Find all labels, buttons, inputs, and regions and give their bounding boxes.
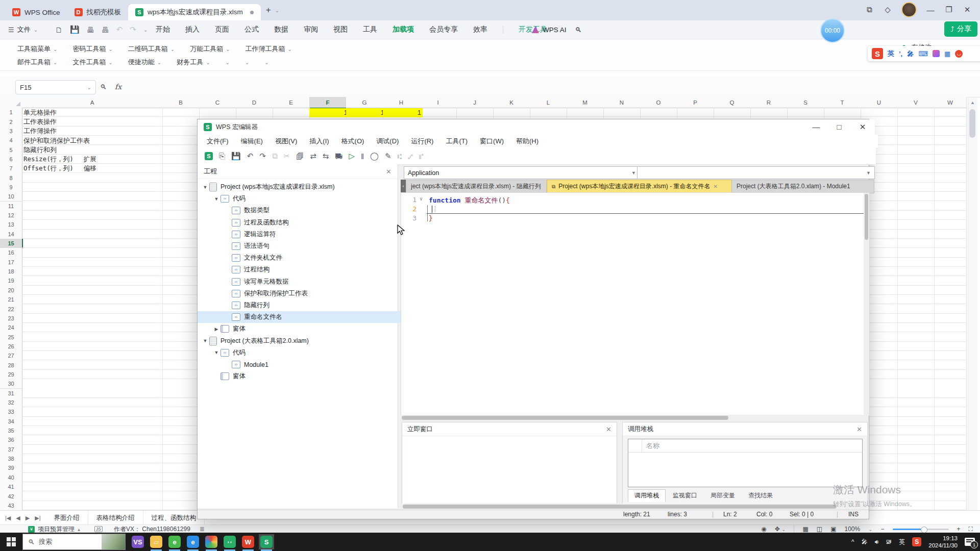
undo-icon[interactable]: ↶ — [116, 25, 123, 34]
macro-menu-调试(D)[interactable]: 调试(D) — [376, 137, 399, 146]
row-header-31[interactable]: 31 — [0, 389, 22, 398]
row-header-6[interactable]: 6 — [0, 155, 22, 164]
row-header-19[interactable]: 19 — [0, 276, 22, 286]
scroll-up-icon[interactable]: ▲ — [968, 100, 977, 105]
export-icon[interactable]: ⎘ — [219, 152, 225, 161]
project-tree-item[interactable]: ‹›Module1 — [198, 359, 425, 370]
sheet-tab-界面介绍[interactable]: 界面介绍 — [46, 511, 88, 525]
zoom-out-icon[interactable]: − — [881, 525, 885, 533]
export-icon[interactable]: 💾 — [70, 25, 80, 34]
toolbox-item[interactable]: ⌄ — [245, 60, 249, 65]
chevron-down-icon[interactable]: ⌄ — [143, 27, 148, 33]
ribbon-tab-工具[interactable]: 工具 — [363, 25, 377, 34]
fold-chevron-icon[interactable]: ∨ — [420, 196, 423, 202]
cell-A3[interactable]: 工作簿操作 — [22, 127, 165, 136]
pause-icon[interactable]: ‖ — [361, 152, 364, 161]
toolbox-item-密码工具箱[interactable]: 密码工具箱⌄ — [72, 44, 112, 54]
save-icon[interactable]: 🗋 — [55, 26, 63, 34]
macro-menu-格式(O)[interactable]: 格式(O) — [341, 137, 364, 146]
fx-icon[interactable]: fx — [115, 83, 121, 91]
save-icon[interactable]: 💾 — [231, 152, 241, 161]
macro-menu-工具(T)[interactable]: 工具(T) — [446, 137, 468, 146]
sogou-ime-bar[interactable]: S 英 ’, 🎤︎ ⌨︎ ▦ ◡ — [868, 46, 980, 61]
taskbar-app-pinwheel-app[interactable] — [204, 534, 219, 549]
zoom-slider[interactable] — [893, 529, 949, 530]
eye-icon[interactable]: ◉ — [761, 525, 766, 533]
tree-expand-icon[interactable]: ▼ — [214, 350, 219, 355]
minimize-icon[interactable]: — — [807, 122, 825, 131]
select-all-corner[interactable] — [0, 97, 22, 108]
column-header-M[interactable]: M — [567, 97, 604, 108]
code-line[interactable]: } — [429, 214, 433, 222]
taskbar-app-wechat[interactable]: ◗◖ — [222, 534, 237, 549]
scrollbar-thumb[interactable] — [865, 194, 868, 240]
sheet-tab-过程、函数结构[interactable]: 过程、函数结构 — [143, 511, 205, 525]
cell-A1[interactable]: 单元格操作 — [22, 108, 165, 117]
callstack-tab-调用堆栈[interactable]: 调用堆栈 — [628, 489, 666, 502]
js-macro-icon[interactable]: JS — [94, 526, 103, 532]
ribbon-tab-加载项[interactable]: 加载项 — [393, 25, 414, 34]
restore-icon[interactable]: ❐ — [940, 5, 958, 14]
project-tree-item[interactable]: ‹›保护和取消保护工作表 — [198, 288, 425, 299]
macro-menu-插入(I)[interactable]: 插入(I) — [309, 137, 329, 146]
taskbar-search[interactable]: 🔍︎ 搜索 — [22, 534, 126, 550]
column-header-E[interactable]: E — [273, 97, 310, 108]
sheet-vertical-scrollbar[interactable]: ▲ — [968, 98, 977, 510]
wps-ai-button[interactable]: WPS AI 🔍︎ — [532, 20, 582, 39]
toolbox-item-财务工具[interactable]: 财务工具⌄ — [177, 58, 210, 67]
comma-icon[interactable]: ’, — [899, 50, 902, 58]
macro-menu-视图(V)[interactable]: 视图(V) — [275, 137, 297, 146]
taskbar-app-browser-360[interactable]: e — [167, 534, 182, 549]
ribbon-tab-视图[interactable]: 视图 — [333, 25, 348, 34]
project-tree-item[interactable]: ‹›隐藏行列 — [198, 299, 425, 311]
ribbon-tab-数据[interactable]: 数据 — [274, 25, 288, 34]
column-header-S[interactable]: S — [787, 97, 824, 108]
redo-icon[interactable]: ↷ — [259, 152, 266, 161]
macro-menu-编辑(E)[interactable]: 编辑(E) — [241, 137, 263, 146]
column-header-T[interactable]: T — [824, 97, 861, 108]
column-header-R[interactable]: R — [750, 97, 788, 108]
toolbox-item-便捷功能[interactable]: 便捷功能⌄ — [128, 58, 161, 67]
run-icon[interactable]: ▷ — [349, 152, 355, 161]
row-header-30[interactable]: 30 — [0, 379, 22, 389]
browser-tab[interactable]: WWPS Office — [5, 4, 67, 20]
toolbox-item[interactable]: ⌄ — [226, 60, 230, 65]
project-tree-item[interactable]: ▼‹›代码 — [198, 193, 414, 205]
tree-expand-icon[interactable]: ▼ — [214, 196, 219, 202]
row-header-41[interactable]: 41 — [0, 482, 22, 492]
close-icon[interactable]: ✕ — [606, 425, 611, 433]
row-header-28[interactable]: 28 — [0, 360, 22, 370]
ribbon-tab-公式[interactable]: 公式 — [244, 25, 259, 34]
column-header-Q[interactable]: Q — [714, 97, 751, 108]
row-header-10[interactable]: 10 — [0, 192, 22, 202]
code-editor[interactable]: 1∨function 重命名文件(){23} — [401, 192, 870, 416]
row-header-32[interactable]: 32 — [0, 398, 22, 408]
macro-title-bar[interactable]: S WPS 宏编辑器 — □ ✕ — [198, 119, 875, 135]
network-icon[interactable]: 🖳︎ — [886, 538, 892, 545]
code-tab[interactable]: ⧉Project (wps本地js宏速成课程目录.xlsm) - 重命名文件名✕ — [547, 180, 740, 193]
list-swap-icon[interactable]: ⇄ — [310, 152, 316, 161]
macro-menu-帮助(H)[interactable]: 帮助(H) — [516, 137, 538, 146]
name-box[interactable]: F15 ⌄ — [15, 80, 96, 94]
avatar[interactable] — [901, 2, 917, 17]
row-header-15[interactable]: 15 — [0, 239, 23, 248]
zoom-minus-icon[interactable]: 🔍︎ — [100, 83, 107, 91]
print-icon[interactable]: 🖶 — [87, 26, 94, 34]
ribbon-tab-插入[interactable]: 插入 — [185, 25, 200, 34]
ribbon-tab-效率[interactable]: 效率 — [473, 25, 487, 34]
cell-G1[interactable]: 1 — [346, 108, 386, 117]
keyboard-icon[interactable]: ⌨︎ — [918, 50, 928, 58]
outline-list-icon[interactable]: ≣ — [200, 525, 205, 533]
column-header-C[interactable]: C — [199, 97, 236, 108]
row-header-7[interactable]: 7 — [0, 164, 22, 173]
cell-A4[interactable]: 保护和取消保护工作表 — [22, 136, 165, 145]
code-line[interactable]: function 重命名文件(){ — [429, 196, 510, 205]
row-header-14[interactable]: 14 — [0, 230, 22, 239]
cell-A7[interactable]: Offset(行，列) 偏移 — [22, 164, 165, 173]
row-header-43[interactable]: 43 — [0, 501, 22, 511]
tab-scroll-left-icon[interactable]: ‹ — [401, 180, 406, 192]
project-tree-item[interactable]: ▼Project (大表格工具箱2.0.xlam) — [198, 335, 403, 347]
ime-lang-indicator[interactable]: 英 — [899, 538, 905, 546]
immediate-window-body[interactable] — [402, 436, 617, 503]
paste-icon[interactable]: 🗐 — [296, 152, 304, 161]
